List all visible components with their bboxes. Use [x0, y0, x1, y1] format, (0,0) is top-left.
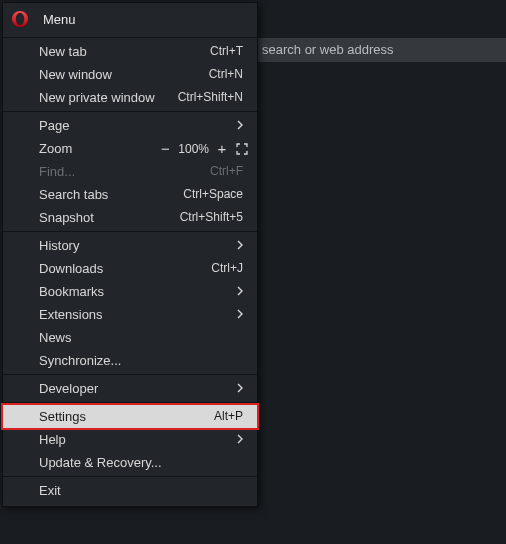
menu-label: Developer — [39, 377, 233, 400]
menu-item-history[interactable]: History — [3, 234, 257, 257]
chevron-right-icon — [233, 114, 243, 137]
menu-shortcut: Alt+P — [214, 405, 243, 428]
menu-item-zoom: Zoom − 100% + — [3, 137, 257, 160]
menu-item-news[interactable]: News — [3, 326, 257, 349]
zoom-out-button[interactable]: − — [158, 141, 172, 156]
menu-label: Exit — [39, 479, 243, 502]
separator — [3, 231, 257, 232]
menu-label: Synchronize... — [39, 349, 243, 372]
menu-label: Find... — [39, 160, 210, 183]
menu-label: Downloads — [39, 257, 211, 280]
menu-item-find: Find... Ctrl+F — [3, 160, 257, 183]
menu-item-snapshot[interactable]: Snapshot Ctrl+Shift+5 — [3, 206, 257, 229]
menu-label: New private window — [39, 86, 178, 109]
menu-shortcut: Ctrl+Shift+N — [178, 86, 243, 109]
menu-title: Menu — [43, 12, 76, 27]
menu-item-settings[interactable]: Settings Alt+P — [3, 405, 257, 428]
zoom-in-button[interactable]: + — [215, 141, 229, 156]
menu-shortcut: Ctrl+Space — [183, 183, 243, 206]
menu-label: Snapshot — [39, 206, 180, 229]
opera-menu: Menu New tab Ctrl+T New window Ctrl+N Ne… — [2, 2, 258, 507]
zoom-value: 100% — [178, 142, 209, 156]
menu-label: Zoom — [39, 141, 158, 156]
menu-label: Help — [39, 428, 233, 451]
menu-item-search-tabs[interactable]: Search tabs Ctrl+Space — [3, 183, 257, 206]
menu-item-update-recovery[interactable]: Update & Recovery... — [3, 451, 257, 474]
menu-label: Update & Recovery... — [39, 451, 243, 474]
chevron-right-icon — [233, 280, 243, 303]
menu-shortcut: Ctrl+F — [210, 160, 243, 183]
menu-label: New tab — [39, 40, 210, 63]
chevron-right-icon — [233, 234, 243, 257]
menu-label: History — [39, 234, 233, 257]
fullscreen-icon[interactable] — [235, 142, 249, 156]
chevron-right-icon — [233, 428, 243, 451]
menu-item-new-window[interactable]: New window Ctrl+N — [3, 63, 257, 86]
address-bar[interactable]: search or web address — [258, 38, 506, 62]
menu-label: New window — [39, 63, 209, 86]
menu-label: Settings — [39, 405, 214, 428]
menu-item-extensions[interactable]: Extensions — [3, 303, 257, 326]
menu-item-new-private[interactable]: New private window Ctrl+Shift+N — [3, 86, 257, 109]
menu-label: Extensions — [39, 303, 233, 326]
menu-item-bookmarks[interactable]: Bookmarks — [3, 280, 257, 303]
menu-label: Bookmarks — [39, 280, 233, 303]
separator — [3, 402, 257, 403]
menu-shortcut: Ctrl+Shift+5 — [180, 206, 243, 229]
chevron-right-icon — [233, 303, 243, 326]
menu-item-page[interactable]: Page — [3, 114, 257, 137]
menu-item-exit[interactable]: Exit — [3, 479, 257, 502]
svg-point-1 — [16, 13, 24, 25]
menu-item-help[interactable]: Help — [3, 428, 257, 451]
separator — [3, 37, 257, 38]
separator — [3, 111, 257, 112]
menu-label: Search tabs — [39, 183, 183, 206]
menu-item-developer[interactable]: Developer — [3, 377, 257, 400]
separator — [3, 374, 257, 375]
menu-shortcut: Ctrl+T — [210, 40, 243, 63]
menu-item-synchronize[interactable]: Synchronize... — [3, 349, 257, 372]
menu-item-new-tab[interactable]: New tab Ctrl+T — [3, 40, 257, 63]
menu-label: News — [39, 326, 243, 349]
opera-logo-icon — [11, 10, 29, 28]
menu-label: Page — [39, 114, 233, 137]
chevron-right-icon — [233, 377, 243, 400]
separator — [3, 476, 257, 477]
menu-shortcut: Ctrl+J — [211, 257, 243, 280]
menu-header: Menu — [3, 3, 257, 35]
menu-item-downloads[interactable]: Downloads Ctrl+J — [3, 257, 257, 280]
menu-shortcut: Ctrl+N — [209, 63, 243, 86]
